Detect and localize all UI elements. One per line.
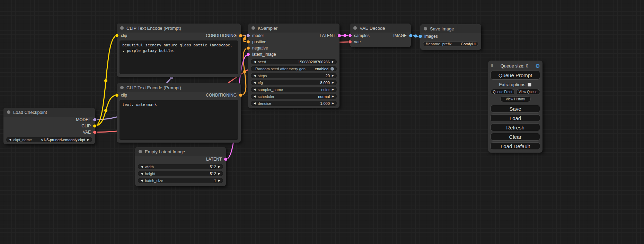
increment-icon[interactable]: ▶ xyxy=(332,102,334,105)
widget-denoise[interactable]: ◀ denoise 1.000 ▶ xyxy=(251,101,337,106)
increment-icon[interactable]: ▶ xyxy=(332,74,334,77)
collapse-icon[interactable] xyxy=(353,26,357,30)
collapse-icon[interactable] xyxy=(7,110,10,114)
input-slot-images[interactable] xyxy=(419,35,422,38)
widget-seed[interactable]: ◀ seed 156680208700286 ▶ xyxy=(251,59,337,64)
node-title: Empty Latent Image xyxy=(145,149,185,154)
input-slot-model[interactable] xyxy=(247,34,250,37)
decrement-icon[interactable]: ◀ xyxy=(141,165,143,168)
queue-prompt-button[interactable]: Queue Prompt xyxy=(491,71,540,80)
input-slot-positive[interactable] xyxy=(247,40,250,44)
extra-options-checkbox[interactable] xyxy=(528,83,531,87)
queue-panel: ⠿ Queue size: 0 ⚙ Queue Prompt Extra opt… xyxy=(488,61,542,153)
widget-cfg[interactable]: ◀ cfg 8.000 ▶ xyxy=(251,80,337,85)
node-load-checkpoint[interactable]: Load Checkpoint MODEL CLIP VAE ◀ ckpt_na… xyxy=(3,108,95,144)
next-value-icon[interactable]: ▶ xyxy=(87,138,89,141)
collapse-icon[interactable] xyxy=(252,26,255,30)
node-title-bar[interactable]: CLIP Text Encode (Prompt) xyxy=(117,83,241,92)
output-slot-vae[interactable] xyxy=(93,131,96,134)
increment-icon[interactable]: ▶ xyxy=(332,61,334,63)
input-label-images: images xyxy=(424,34,438,39)
widget-steps[interactable]: ◀ steps 20 ▶ xyxy=(251,73,337,78)
node-vae-decode[interactable]: VAE Decode samples IMAGE vae xyxy=(350,24,411,47)
node-title-bar[interactable]: VAE Decode xyxy=(350,24,411,33)
toggle-knob-icon[interactable] xyxy=(330,67,334,71)
settings-gear-icon[interactable]: ⚙ xyxy=(536,63,540,69)
input-slot-negative[interactable] xyxy=(247,47,250,50)
node-clip-text-encode-positive[interactable]: CLIP Text Encode (Prompt) clip CONDITION… xyxy=(117,24,241,77)
output-label-image: IMAGE xyxy=(393,33,407,38)
output-slot-latent[interactable] xyxy=(338,34,341,37)
node-clip-text-encode-negative[interactable]: CLIP Text Encode (Prompt) clip CONDITION… xyxy=(117,83,241,143)
increment-icon[interactable]: ▶ xyxy=(218,172,220,175)
input-label-samples: samples xyxy=(354,33,370,38)
output-slot-model[interactable] xyxy=(93,118,96,121)
collapse-icon[interactable] xyxy=(120,26,124,30)
widget-random-seed-toggle[interactable]: Random seed after every gen enabled xyxy=(251,66,337,71)
next-value-icon[interactable]: ▶ xyxy=(332,88,334,91)
link-midpoint-dot xyxy=(104,109,107,112)
positive-prompt-textarea[interactable]: beautiful scenery nature glass bottle la… xyxy=(120,40,238,74)
output-slot-conditioning[interactable] xyxy=(239,94,242,97)
load-button[interactable]: Load xyxy=(491,114,540,122)
node-empty-latent-image[interactable]: Empty Latent Image LATENT ◀ width 512 ▶ … xyxy=(135,147,226,186)
widget-sampler-name[interactable]: ◀ sampler_name euler ▶ xyxy=(251,87,337,92)
widget-filename-prefix[interactable]: filename_prefix ComfyUI xyxy=(423,41,478,46)
widget-batch-size[interactable]: ◀ batch_size 1 ▶ xyxy=(138,178,223,183)
view-history-button[interactable]: View History xyxy=(500,96,531,102)
node-title-bar[interactable]: Load Checkpoint xyxy=(3,108,95,117)
input-slot-vae[interactable] xyxy=(349,40,352,44)
node-title-bar[interactable]: CLIP Text Encode (Prompt) xyxy=(117,24,241,33)
clear-button[interactable]: Clear xyxy=(491,133,540,141)
widget-height[interactable]: ◀ height 512 ▶ xyxy=(138,171,223,176)
output-slot-clip[interactable] xyxy=(93,125,96,128)
node-title: VAE Decode xyxy=(360,26,385,31)
collapse-icon[interactable] xyxy=(424,27,427,30)
decrement-icon[interactable]: ◀ xyxy=(141,179,143,182)
increment-icon[interactable]: ▶ xyxy=(218,179,220,182)
input-slot-clip[interactable] xyxy=(115,34,118,37)
node-save-image[interactable]: Save Image images filename_prefix ComfyU… xyxy=(420,24,481,50)
decrement-icon[interactable]: ◀ xyxy=(254,74,256,77)
view-queue-button[interactable]: View Queue xyxy=(516,89,540,95)
input-slot-samples[interactable] xyxy=(349,34,352,37)
prev-value-icon[interactable]: ◀ xyxy=(254,88,256,91)
input-slot-latent-image[interactable] xyxy=(247,53,250,56)
output-slot-conditioning[interactable] xyxy=(239,34,242,37)
widget-width[interactable]: ◀ width 512 ▶ xyxy=(138,164,223,169)
decrement-icon[interactable]: ◀ xyxy=(254,81,256,84)
prev-value-icon[interactable]: ◀ xyxy=(254,95,256,98)
refresh-button[interactable]: Refresh xyxy=(491,124,540,131)
output-slot-image[interactable] xyxy=(409,34,412,37)
queue-size-label: Queue size: 0 xyxy=(501,63,528,69)
load-default-button[interactable]: Load Default xyxy=(491,142,540,150)
link-midpoint-dot xyxy=(104,79,107,82)
decrement-icon[interactable]: ◀ xyxy=(141,172,143,175)
output-label-clip: CLIP xyxy=(81,124,91,128)
collapse-icon[interactable] xyxy=(120,86,124,89)
node-title-bar[interactable]: Empty Latent Image xyxy=(135,147,226,156)
drag-handle-icon[interactable]: ⠿ xyxy=(491,64,493,68)
output-slot-latent[interactable] xyxy=(224,158,227,161)
output-label-conditioning: CONDITIONING xyxy=(206,93,237,98)
link-midpoint-dot xyxy=(243,37,246,40)
node-title-bar[interactable]: Save Image xyxy=(420,24,481,33)
prev-value-icon[interactable]: ◀ xyxy=(9,138,11,141)
node-title-bar[interactable]: KSampler xyxy=(248,24,339,33)
negative-prompt-textarea[interactable]: text, watermark xyxy=(120,100,238,140)
widget-ckpt-name[interactable]: ◀ ckpt_name v1-5-pruned-emaonly.ckpt ▶ xyxy=(6,137,92,142)
increment-icon[interactable]: ▶ xyxy=(218,165,220,168)
node-ksampler[interactable]: KSampler model LATENT positive negative … xyxy=(248,24,339,108)
increment-icon[interactable]: ▶ xyxy=(332,81,334,84)
collapse-icon[interactable] xyxy=(139,150,142,153)
decrement-icon[interactable]: ◀ xyxy=(254,61,256,63)
widget-scheduler[interactable]: ◀ scheduler normal ▶ xyxy=(251,94,337,99)
input-label-clip: clip xyxy=(121,93,127,98)
decrement-icon[interactable]: ◀ xyxy=(254,102,256,105)
input-slot-clip[interactable] xyxy=(115,94,118,97)
queue-front-button[interactable]: Queue Front xyxy=(491,89,515,95)
input-label-model: model xyxy=(252,33,264,38)
save-button[interactable]: Save xyxy=(491,105,540,112)
next-value-icon[interactable]: ▶ xyxy=(332,95,334,98)
node-title: Save Image xyxy=(430,26,454,31)
